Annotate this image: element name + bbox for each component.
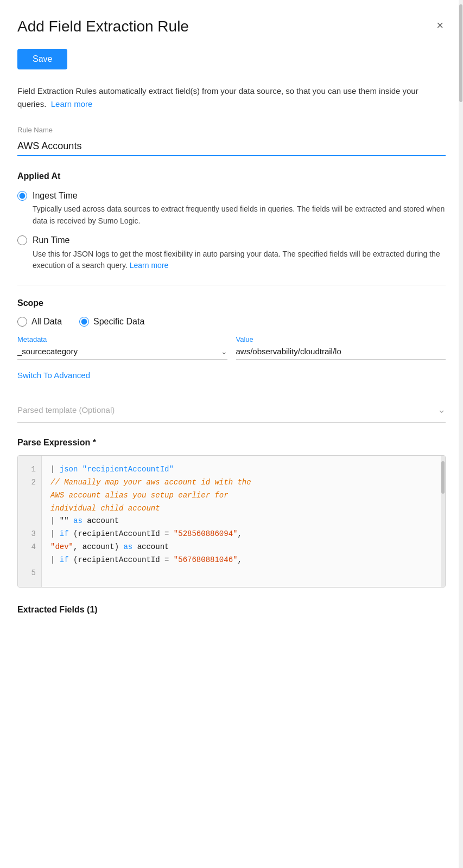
metadata-select[interactable]: _sourcecategory _sourcehost _sourcename … <box>17 347 221 356</box>
value-label: Value <box>236 335 446 343</box>
metadata-col: Metadata _sourcecategory _sourcehost _so… <box>17 335 227 360</box>
line-num-4 <box>23 502 36 515</box>
scrollbar-thumb <box>459 4 462 102</box>
extracted-fields-title: Extracted Fields (1) <box>17 605 446 615</box>
ingest-time-option: Ingest Time Typically used across data s… <box>17 190 446 227</box>
value-input[interactable] <box>236 347 446 360</box>
parse-expression-section: Parse Expression * 1 2 3 4 5 | json "rec… <box>17 438 446 588</box>
learn-more-link-1[interactable]: Learn more <box>51 99 93 108</box>
metadata-select-wrapper: _sourcecategory _sourcehost _sourcename … <box>17 347 227 360</box>
description-text: Field Extraction Rules automatically ext… <box>17 85 446 111</box>
code-editor: 1 2 3 4 5 | json "recipientAccountId" //… <box>17 455 446 588</box>
line-num-6: 3 <box>23 528 36 541</box>
line-num-3 <box>23 489 36 502</box>
applied-at-options: Ingest Time Typically used across data s… <box>17 190 446 272</box>
divider-1 <box>17 285 446 285</box>
line-num-7: 4 <box>23 541 36 554</box>
switch-to-advanced-link[interactable]: Switch To Advanced <box>17 371 90 380</box>
code-scrollbar-thumb <box>441 461 445 494</box>
parsed-template-label: Parsed template (Optional) <box>17 405 437 414</box>
value-col: Value <box>236 335 446 360</box>
rule-name-label: Rule Name <box>17 126 446 134</box>
code-line-5: | if (recipientAccountId = "567680881046… <box>50 554 432 567</box>
modal-title: Add Field Extraction Rule <box>17 17 189 36</box>
scope-options: All Data Specific Data <box>17 317 446 327</box>
code-scrollbar[interactable] <box>441 456 445 587</box>
code-line-1: | json "recipientAccountId" <box>50 463 432 476</box>
specific-data-radio[interactable] <box>79 317 89 327</box>
metadata-chevron-icon: ⌄ <box>221 347 227 356</box>
modal: Add Field Extraction Rule × Save Field E… <box>0 0 463 868</box>
code-line-4b: "dev", account) as account <box>50 541 432 554</box>
metadata-row: Metadata _sourcecategory _sourcehost _so… <box>17 335 446 360</box>
code-line-2a: // Manually map your aws account id with… <box>50 476 432 489</box>
run-time-desc: Use this for JSON logs to get the most f… <box>33 248 446 272</box>
line-numbers: 1 2 3 4 5 <box>18 456 42 587</box>
close-button[interactable]: × <box>434 17 446 34</box>
line-num-8 <box>23 554 36 567</box>
code-line-4a: | if (recipientAccountId = "528560886094… <box>50 528 432 541</box>
code-content[interactable]: | json "recipientAccountId" // Manually … <box>42 456 441 587</box>
parsed-template-dropdown[interactable]: Parsed template (Optional) ⌄ <box>17 397 446 423</box>
save-button[interactable]: Save <box>17 49 67 69</box>
line-num-9: 5 <box>23 567 36 580</box>
rule-name-field: Rule Name <box>17 126 446 171</box>
line-num-5 <box>23 515 36 528</box>
ingest-time-desc: Typically used across data sources to ex… <box>33 203 446 227</box>
scope-section: Scope All Data Specific Data Metadata _s… <box>17 298 446 384</box>
modal-header: Add Field Extraction Rule × <box>17 17 446 36</box>
run-time-radio[interactable] <box>17 235 27 245</box>
all-data-option: All Data <box>17 317 62 327</box>
run-time-label[interactable]: Run Time <box>33 235 69 245</box>
code-line-2c: individual child account <box>50 502 432 515</box>
ingest-time-label[interactable]: Ingest Time <box>33 191 78 200</box>
metadata-label: Metadata <box>17 335 227 343</box>
specific-data-option: Specific Data <box>79 317 144 327</box>
parsed-template-chevron-icon: ⌄ <box>437 404 446 416</box>
line-num-1: 1 <box>23 463 36 476</box>
learn-more-link-2[interactable]: Learn more <box>130 261 169 270</box>
all-data-label[interactable]: All Data <box>31 317 62 327</box>
extracted-fields-section: Extracted Fields (1) <box>17 605 446 615</box>
code-line-3: | "" as account <box>50 515 432 528</box>
specific-data-label[interactable]: Specific Data <box>93 317 144 327</box>
all-data-radio[interactable] <box>17 317 27 327</box>
line-num-2: 2 <box>23 476 36 489</box>
applied-at-section: Applied At Ingest Time Typically used ac… <box>17 171 446 272</box>
parse-expression-title: Parse Expression * <box>17 438 446 448</box>
rule-name-input[interactable] <box>17 137 446 156</box>
page-scrollbar[interactable] <box>459 0 463 868</box>
ingest-time-radio[interactable] <box>17 191 27 201</box>
code-line-2b: AWS account alias you setup earlier for <box>50 489 432 502</box>
run-time-option: Run Time Use this for JSON logs to get t… <box>17 234 446 272</box>
scope-title: Scope <box>17 298 446 308</box>
applied-at-title: Applied At <box>17 171 446 181</box>
